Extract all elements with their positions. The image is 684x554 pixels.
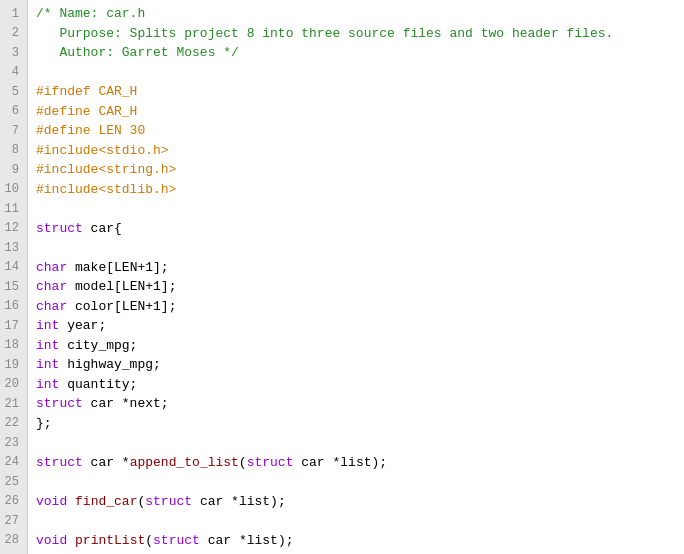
- preprocessor-token: #include<stdlib.h>: [36, 180, 176, 200]
- line-number: 9: [4, 160, 19, 180]
- line-number: 8: [4, 141, 19, 161]
- code-line: char color[LEN+1];: [36, 297, 676, 317]
- code-line: char model[LEN+1];: [36, 277, 676, 297]
- plain-token: make[LEN+1];: [67, 258, 168, 278]
- keyword-token: char: [36, 297, 67, 317]
- code-line: char make[LEN+1];: [36, 258, 676, 278]
- code-line: Purpose: Splits project 8 into three sou…: [36, 24, 676, 44]
- line-number: 28: [4, 531, 19, 551]
- code-line: void printList(struct car *list);: [36, 531, 676, 551]
- line-number: 3: [4, 43, 19, 63]
- line-number: 12: [4, 219, 19, 239]
- line-number: 20: [4, 375, 19, 395]
- preprocessor-token: #ifndef CAR_H: [36, 82, 137, 102]
- code-line: #include<string.h>: [36, 160, 676, 180]
- plain-token: (: [137, 492, 145, 512]
- plain-token: highway_mpg;: [59, 355, 160, 375]
- line-number: 16: [4, 297, 19, 317]
- code-line: };: [36, 414, 676, 434]
- code-content[interactable]: /* Name: car.h Purpose: Splits project 8…: [28, 0, 684, 554]
- keyword-token: int: [36, 336, 59, 356]
- code-line: Author: Garret Moses */: [36, 43, 676, 63]
- code-line: #define LEN 30: [36, 121, 676, 141]
- code-line: [36, 511, 676, 531]
- plain-token: quantity;: [59, 375, 137, 395]
- code-line: /* Name: car.h: [36, 4, 676, 24]
- code-line: [36, 550, 676, 554]
- preprocessor-token: #define CAR_H: [36, 102, 137, 122]
- line-number: 2: [4, 24, 19, 44]
- comment-token: Author: Garret Moses */: [36, 43, 239, 63]
- line-number: 25: [4, 472, 19, 492]
- keyword-token: struct: [36, 394, 83, 414]
- keyword-token: char: [36, 258, 67, 278]
- code-line: int city_mpg;: [36, 336, 676, 356]
- line-number: 27: [4, 511, 19, 531]
- code-line: int quantity;: [36, 375, 676, 395]
- keyword-token: struct: [36, 453, 83, 473]
- line-number: 14: [4, 258, 19, 278]
- code-line: int year;: [36, 316, 676, 336]
- keyword-token: struct: [36, 219, 83, 239]
- line-number: 1: [4, 4, 19, 24]
- keyword-token: char: [36, 277, 67, 297]
- line-number: 29: [4, 550, 19, 554]
- plain-token: car *list);: [192, 492, 286, 512]
- plain-token: car *next;: [83, 394, 169, 414]
- line-numbers: 1234567891011121314151617181920212223242…: [0, 0, 28, 554]
- line-number: 4: [4, 63, 19, 83]
- keyword-token: struct: [153, 531, 200, 551]
- code-line: [36, 199, 676, 219]
- line-number: 22: [4, 414, 19, 434]
- function-token: printList: [75, 531, 145, 551]
- keyword-token: void: [36, 492, 67, 512]
- line-number: 17: [4, 316, 19, 336]
- keyword-token: void: [36, 531, 67, 551]
- line-number: 19: [4, 355, 19, 375]
- code-line: [36, 472, 676, 492]
- preprocessor-token: #include<string.h>: [36, 160, 176, 180]
- line-number: 18: [4, 336, 19, 356]
- plain-token: year;: [59, 316, 106, 336]
- keyword-token: struct: [247, 453, 294, 473]
- keyword-token: int: [36, 355, 59, 375]
- keyword-token: int: [36, 316, 59, 336]
- plain-token: color[LEN+1];: [67, 297, 176, 317]
- code-line: struct car{: [36, 219, 676, 239]
- code-line: #include<stdlib.h>: [36, 180, 676, 200]
- plain-token: car *list);: [200, 531, 294, 551]
- line-number: 10: [4, 180, 19, 200]
- code-line: int highway_mpg;: [36, 355, 676, 375]
- plain-token: car{: [83, 219, 122, 239]
- plain-token: (: [145, 531, 153, 551]
- plain-token: [67, 492, 75, 512]
- line-number: 11: [4, 199, 19, 219]
- line-number: 15: [4, 277, 19, 297]
- function-token: append_to_list: [130, 453, 239, 473]
- plain-token: [67, 531, 75, 551]
- code-editor: 1234567891011121314151617181920212223242…: [0, 0, 684, 554]
- preprocessor-token: #include<stdio.h>: [36, 141, 169, 161]
- line-number: 24: [4, 453, 19, 473]
- line-number: 5: [4, 82, 19, 102]
- line-number: 13: [4, 238, 19, 258]
- code-line: #define CAR_H: [36, 102, 676, 122]
- code-line: #include<stdio.h>: [36, 141, 676, 161]
- comment-token: Purpose: Splits project 8 into three sou…: [36, 24, 613, 44]
- code-line: [36, 238, 676, 258]
- line-number: 23: [4, 433, 19, 453]
- code-line: [36, 63, 676, 83]
- line-number: 21: [4, 394, 19, 414]
- plain-token: car *list);: [293, 453, 387, 473]
- line-number: 6: [4, 102, 19, 122]
- preprocessor-token: #define LEN 30: [36, 121, 145, 141]
- code-line: struct car *append_to_list(struct car *l…: [36, 453, 676, 473]
- plain-token: car *: [83, 453, 130, 473]
- comment-token: /* Name: car.h: [36, 4, 145, 24]
- plain-token: (: [239, 453, 247, 473]
- code-area[interactable]: 1234567891011121314151617181920212223242…: [0, 0, 684, 554]
- keyword-token: struct: [145, 492, 192, 512]
- plain-token: };: [36, 414, 52, 434]
- function-token: find_car: [75, 492, 137, 512]
- code-line: struct car *next;: [36, 394, 676, 414]
